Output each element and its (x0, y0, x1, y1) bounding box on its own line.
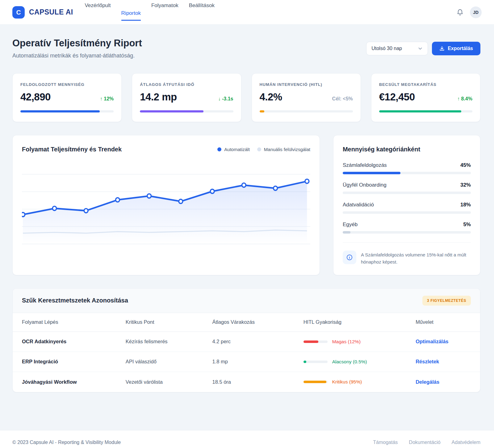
cell-hitl-frequency: Alacsony (0.5%) (304, 359, 416, 365)
kpi-label: BECSÜLT MEGTAKARÍTÁS (379, 82, 472, 87)
kpi-progress-track (20, 110, 114, 112)
categories-title: Mennyiség kategóriánként (343, 146, 471, 153)
page-subtitle: Automatizálási metrikák és folyamat-átlá… (12, 53, 142, 59)
category-bar-track (343, 192, 471, 194)
category-label: Ügyfél Onboarding (343, 182, 387, 188)
hitl-bar-track (304, 381, 328, 383)
kpi-progress-fill (140, 110, 203, 112)
column-header: HITL Gyakoriság (304, 319, 416, 325)
chevron-down-icon (418, 46, 423, 51)
info-icon-box (343, 251, 356, 264)
download-icon (439, 46, 445, 51)
legend-dot (217, 147, 221, 151)
cell-avg-wait: 18.5 óra (212, 379, 303, 385)
hitl-label: Alacsony (0.5%) (332, 359, 367, 365)
category-bar-track (343, 231, 471, 234)
column-header: Kritikus Pont (126, 319, 212, 325)
nav-item-folyamatok[interactable]: Folyamatok (151, 2, 178, 9)
kpi-progress-track (260, 110, 353, 112)
bottlenecks-head: Szűk Keresztmetszetek Azonosítása 3 FIGY… (13, 289, 480, 313)
category-item: Számlafeldolgozás45% (343, 162, 471, 174)
chart-title: Folyamat Teljesítmény és Trendek (22, 146, 122, 153)
nav-item-vez-rl-pult[interactable]: Vezérlőpult (85, 2, 111, 9)
kpi-delta: Cél: <5% (332, 96, 353, 102)
kpi-card: ÁTLAGOS ÁTFUTÁSI IDŐ14.2 mp↓ -3.1s (132, 73, 241, 122)
notifications-button[interactable] (456, 9, 464, 16)
page-controls: Utolsó 30 nap Exportálás (366, 42, 480, 55)
column-header: Folyamat Lépés (22, 319, 126, 325)
brand-name: CAPSULE AI (29, 8, 73, 16)
category-label: Számlafeldolgozás (343, 162, 387, 168)
footer-link-adatv-delem[interactable]: Adatvédelem (452, 440, 480, 445)
hitl-label: Kritikus (95%) (332, 379, 362, 385)
kpi-card: HUMÁN INTERVENCIÓ (HITL)4.2%Cél: <5% (252, 73, 361, 122)
categories-note: A Számlafeldolgozás volumene 15%-kal nőt… (343, 251, 471, 266)
info-icon (346, 254, 353, 261)
footer-link-dokument-ci-[interactable]: Dokumentáció (409, 440, 440, 445)
cell-action: Optimalizálás (416, 339, 471, 344)
hitl-bar-fill (304, 381, 326, 383)
chart-head: Folyamat Teljesítmény és Trendek Automat… (22, 146, 310, 153)
table-row: Jóváhagyási WorkflowVezetői várólista18.… (13, 372, 480, 392)
category-percent: 18% (460, 202, 471, 208)
cell-avg-wait: 1.8 mp (212, 359, 303, 365)
category-label: Egyéb (343, 222, 358, 228)
kpi-card: FELDOLGOZOTT MENNYISÉG42,890↑ 12% (12, 73, 122, 122)
date-range-select[interactable]: Utolsó 30 nap (366, 42, 428, 55)
kpi-card: BECSÜLT MEGTAKARÍTÁS€12,450↑ 8.4% (371, 73, 480, 122)
kpi-progress-fill (20, 110, 100, 112)
bottlenecks-column-headers: Folyamat LépésKritikus PontÁtlagos Várak… (13, 313, 480, 332)
kpi-delta: ↑ 8.4% (457, 96, 472, 102)
nav-item-be-ll-t-sok[interactable]: Beállítások (189, 2, 215, 9)
column-header: Művelet (416, 319, 471, 325)
legend-item: Automatizált (217, 147, 250, 152)
export-button[interactable]: Exportálás (432, 42, 480, 55)
kpi-label: FELDOLGOZOTT MENNYISÉG (20, 82, 114, 87)
app-header: C CAPSULE AI VezérlőpultRiportokFolyamat… (0, 0, 494, 25)
footer-links: TámogatásDokumentációAdatvédelem (373, 440, 480, 445)
trend-chart-card: Folyamat Teljesítmény és Trendek Automat… (12, 135, 320, 275)
cell-action: Részletek (416, 359, 471, 365)
categories-divider (343, 242, 471, 243)
category-bar-track (343, 172, 471, 174)
cell-critical-point: Kézírás felismerés (126, 339, 212, 344)
kpi-value: 14.2 mp (140, 91, 177, 103)
action-link-delegálás[interactable]: Delegálás (416, 379, 439, 385)
main-content: Operatív Teljesítmény Riport Automatizál… (0, 25, 494, 392)
kpi-grid: FELDOLGOZOTT MENNYISÉG42,890↑ 12%ÁTLAGOS… (12, 73, 480, 122)
date-range-value: Utolsó 30 nap (371, 46, 402, 51)
category-item: Adatvalidáció18% (343, 202, 471, 214)
column-header: Átlagos Várakozás (212, 319, 303, 325)
cell-process-step: OCR Adatkinyerés (22, 339, 126, 344)
kpi-value: 4.2% (260, 91, 282, 103)
page-head: Operatív Teljesítmény Riport Automatizál… (12, 38, 480, 59)
footer: © 2023 Capsule AI - Reporting & Visibili… (0, 430, 494, 448)
kpi-progress-fill (260, 110, 264, 112)
bottlenecks-title: Szűk Keresztmetszetek Azonosítása (22, 297, 128, 304)
table-row: ERP IntegrációAPI válaszidő1.8 mpAlacson… (13, 352, 480, 372)
table-row: OCR AdatkinyerésKézírás felismerés4.2 pe… (13, 332, 480, 352)
cell-hitl-frequency: Magas (12%) (304, 339, 416, 344)
chart-area (22, 167, 310, 247)
categories-card: Mennyiség kategóriánként Számlafeldolgoz… (333, 135, 480, 275)
nav-item-riportok[interactable]: Riportok (121, 10, 141, 21)
header-actions: JD (456, 6, 482, 18)
avatar[interactable]: JD (470, 6, 482, 18)
warning-count-badge: 3 FIGYELMEZTETÉS (422, 296, 471, 306)
mid-row: Folyamat Teljesítmény és Trendek Automat… (12, 135, 480, 275)
kpi-label: HUMÁN INTERVENCIÓ (HITL) (260, 82, 353, 87)
cell-process-step: ERP Integráció (22, 359, 126, 365)
kpi-delta: ↓ -3.1s (218, 96, 233, 102)
category-row: Számlafeldolgozás45% (343, 162, 471, 168)
footer-link-t-mogat-s[interactable]: Támogatás (373, 440, 398, 445)
hitl-bar-fill (304, 340, 318, 343)
action-link-optimalizálás[interactable]: Optimalizálás (416, 339, 448, 344)
category-item: Egyéb5% (343, 222, 471, 234)
hitl-bar-track (304, 340, 328, 343)
page-head-text: Operatív Teljesítmény Riport Automatizál… (12, 38, 142, 59)
cell-action: Delegálás (416, 379, 471, 385)
category-label: Adatvalidáció (343, 202, 374, 208)
cell-critical-point: API válaszidő (126, 359, 212, 365)
category-percent: 45% (460, 162, 471, 168)
action-link-részletek[interactable]: Részletek (416, 359, 439, 364)
